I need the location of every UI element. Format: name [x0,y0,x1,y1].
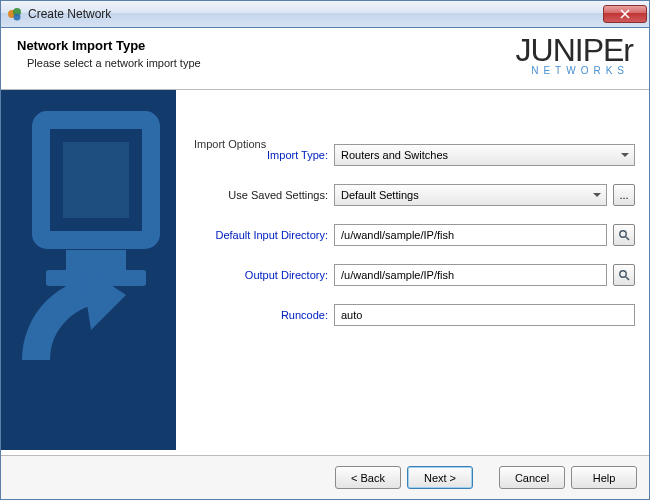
output-dir-field[interactable] [334,264,607,286]
label-input-dir: Default Input Directory: [190,229,328,241]
svg-point-7 [620,231,626,237]
brand-logo: JUNIPEr NETWORKS [516,36,633,76]
search-icon [618,229,630,241]
header-text: Network Import Type Please select a netw… [17,38,201,69]
label-output-dir: Output Directory: [190,269,328,281]
close-icon [620,9,630,19]
row-output-dir: Output Directory: [190,264,635,286]
row-runcode: Runcode: [190,304,635,326]
saved-settings-select[interactable]: Default Settings [334,184,607,206]
import-type-select-wrap: Routers and Switches [334,144,635,166]
window-body: Network Import Type Please select a netw… [0,28,650,500]
label-saved-settings: Use Saved Settings: [190,189,328,201]
svg-point-2 [14,14,21,21]
page-subtitle: Please select a network import type [27,57,201,69]
window-title: Create Network [28,7,603,21]
row-input-dir: Default Input Directory: [190,224,635,246]
help-button[interactable]: Help [571,466,637,489]
label-import-type: Import Type: [190,149,328,161]
input-dir-browse-button[interactable] [613,224,635,246]
wizard-header: Network Import Type Please select a netw… [1,28,649,90]
app-icon [7,6,23,22]
ellipsis-icon: ... [619,189,628,201]
next-button[interactable]: Next > [407,466,473,489]
svg-rect-4 [63,142,129,218]
brand-name: JUNIPEr [516,36,633,65]
titlebar: Create Network [0,0,650,28]
svg-point-9 [620,271,626,277]
wizard-graphic [1,90,176,450]
cancel-button[interactable]: Cancel [499,466,565,489]
svg-line-8 [626,237,629,240]
runcode-field[interactable] [334,304,635,326]
svg-line-10 [626,277,629,280]
close-button[interactable] [603,5,647,23]
saved-settings-more-button[interactable]: ... [613,184,635,206]
import-type-select[interactable]: Routers and Switches [334,144,635,166]
import-options-group: Import Options Import Type: Routers and … [190,144,635,326]
label-runcode: Runcode: [190,309,328,321]
wizard-footer: < Back Next > Cancel Help [1,455,649,499]
form-area: Import Options Import Type: Routers and … [176,90,649,450]
search-icon [618,269,630,281]
saved-settings-select-wrap: Default Settings [334,184,607,206]
back-button[interactable]: < Back [335,466,401,489]
main-content: Import Options Import Type: Routers and … [1,90,649,450]
monitor-arrow-icon [11,110,171,410]
page-title: Network Import Type [17,38,201,53]
group-label: Import Options [192,138,268,150]
brand-sub: NETWORKS [516,65,629,76]
output-dir-browse-button[interactable] [613,264,635,286]
row-saved-settings: Use Saved Settings: Default Settings ... [190,184,635,206]
input-dir-field[interactable] [334,224,607,246]
svg-rect-5 [66,250,126,270]
